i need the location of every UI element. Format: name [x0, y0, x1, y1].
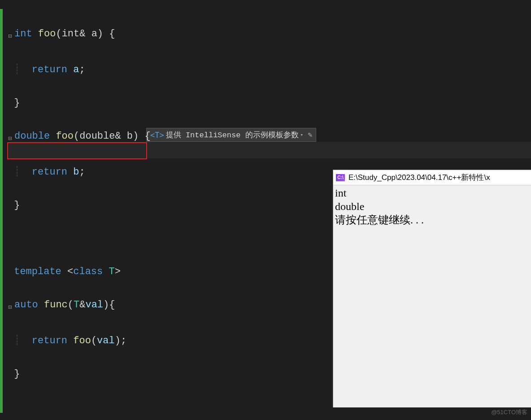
console-output: int double 请按任意键继续. . .: [333, 185, 531, 228]
console-titlebar[interactable]: C:\ E:\Study_Cpp\2023.04\04.17\c++新特性\x: [333, 170, 531, 185]
console-line: 请按任意键继续. . .: [335, 213, 529, 227]
fold-icon[interactable]: ⊟: [8, 299, 14, 316]
pencil-icon[interactable]: ✎: [308, 130, 312, 140]
dropdown-arrow-icon[interactable]: ▾: [300, 132, 304, 138]
fold-icon[interactable]: ⊟: [8, 28, 14, 45]
console-line: int: [335, 186, 529, 200]
code-text[interactable]: ⊟int foo(int& a) { ┊ return a; } ⊟double…: [8, 9, 227, 420]
fold-icon[interactable]: ⊟: [8, 131, 14, 147]
git-changes-bar: [0, 9, 3, 413]
watermark: @51CTO博客: [491, 408, 527, 416]
console-line: double: [335, 200, 529, 213]
console-title-text: E:\Study_Cpp\2023.04\04.17\c++新特性\x: [348, 172, 490, 183]
console-icon: C:\: [336, 174, 345, 181]
console-window[interactable]: C:\ E:\Study_Cpp\2023.04\04.17\c++新特性\x …: [333, 170, 531, 407]
